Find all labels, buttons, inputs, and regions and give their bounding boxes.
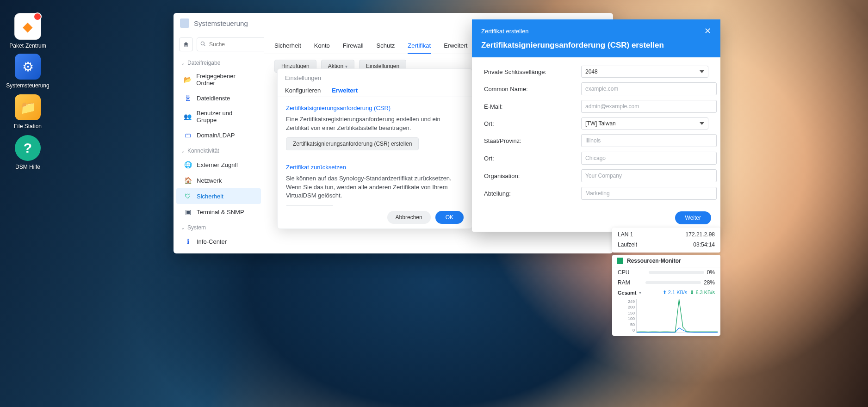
side-group-system[interactable]: ⌄System bbox=[174, 220, 264, 234]
chevron-down-icon: ⌄ bbox=[181, 225, 185, 230]
sidebar-item-label: Freigegebener Ordner bbox=[196, 73, 254, 86]
network-icon: 🏠 bbox=[184, 176, 192, 185]
common-name-input[interactable] bbox=[581, 82, 717, 95]
search-input[interactable] bbox=[197, 37, 264, 51]
info-icon: ℹ bbox=[184, 237, 192, 246]
side-group-connectivity[interactable]: ⌄Konnektivität bbox=[174, 143, 264, 157]
email-label: E-Mail: bbox=[484, 103, 581, 110]
tab-advanced[interactable]: Erweitert bbox=[444, 38, 467, 54]
y-axis-ticks: 249200150100500 bbox=[616, 299, 635, 333]
desktop-icon-package-center[interactable]: ◆ Paket-Zentrum bbox=[5, 13, 51, 49]
desktop-icon-dsm-help[interactable]: ? DSM Hilfe bbox=[5, 135, 51, 170]
domain-icon: 🗃 bbox=[184, 131, 192, 139]
tab-protection[interactable]: Schutz bbox=[377, 38, 395, 54]
desktop-icon-control-panel[interactable]: ⚙ Systemsteuerung bbox=[5, 54, 51, 89]
ram-label: RAM bbox=[618, 279, 630, 286]
city-label: Ort: bbox=[484, 155, 581, 162]
create-csr-button[interactable]: Zertifikatsignierungsanforderung (CSR) e… bbox=[286, 137, 419, 150]
sidebar-item-external-access[interactable]: 🌐Externer Zugriff bbox=[176, 157, 261, 173]
desktop-icon-file-station[interactable]: 📁 File Station bbox=[5, 94, 51, 130]
email-input[interactable] bbox=[581, 100, 717, 113]
organization-input[interactable] bbox=[581, 169, 717, 182]
sidebar-item-label: Sicherheit bbox=[197, 193, 223, 200]
csr-heading: Zertifikatsignierungsanforderung (CSR) e… bbox=[481, 41, 711, 50]
key-length-select[interactable]: 2048 bbox=[581, 66, 708, 78]
chevron-down-icon: ⌄ bbox=[181, 61, 185, 66]
settings-dialog: Einstellungen Konfigurieren Erweitert Ze… bbox=[277, 68, 472, 229]
chevron-down-icon: ▾ bbox=[639, 290, 641, 295]
app-icon bbox=[180, 18, 189, 28]
side-group-file-sharing[interactable]: ⌄Dateifreigabe bbox=[174, 55, 264, 69]
state-input[interactable] bbox=[581, 134, 717, 147]
country-select[interactable]: [TW] Taiwan bbox=[581, 117, 708, 130]
help-icon: ? bbox=[24, 140, 32, 156]
download-rate: ⬇ 6.3 KB/s bbox=[690, 290, 715, 296]
csr-section-text: Eine Zertifikatsregistrierungsanforderun… bbox=[286, 115, 464, 133]
desktop: ◆ Paket-Zentrum ⚙ Systemsteuerung 📁 File… bbox=[0, 0, 868, 407]
sidebar-item-label: Info-Center bbox=[197, 238, 227, 245]
sidebar-item-info-center[interactable]: ℹInfo-Center bbox=[176, 234, 261, 249]
desktop-label: Systemsteuerung bbox=[5, 82, 51, 89]
sidebar-item-terminal-snmp[interactable]: ▣Terminal & SNMP bbox=[176, 204, 261, 220]
chevron-down-icon: ▾ bbox=[345, 64, 347, 69]
network-row[interactable]: Gesamt▾ ⬆ 2.1 KB/s ⬇ 6.3 KB/s bbox=[612, 288, 720, 297]
tab-firewall[interactable]: Firewall bbox=[343, 38, 364, 54]
common-name-label: Common Name: bbox=[484, 86, 581, 92]
cancel-button[interactable]: Abbrechen bbox=[387, 211, 431, 224]
widget-header[interactable]: Ressourcen-Monitor bbox=[612, 255, 720, 267]
file-service-icon: 🗄 bbox=[184, 94, 192, 102]
ram-pct: 28% bbox=[704, 279, 715, 286]
svg-point-0 bbox=[201, 42, 204, 45]
reset-section-text: Sie können auf das Synology-Standardzert… bbox=[286, 174, 464, 201]
side-group-label: Dateifreigabe bbox=[187, 60, 220, 66]
users-icon: 👥 bbox=[184, 112, 192, 121]
terminal-icon: ▣ bbox=[184, 208, 192, 216]
city-input[interactable] bbox=[581, 152, 717, 165]
desktop-label: DSM Hilfe bbox=[5, 164, 51, 170]
search-wrapper bbox=[197, 37, 258, 51]
tab-account[interactable]: Konto bbox=[314, 38, 330, 54]
subtab-advanced[interactable]: Erweitert bbox=[332, 87, 358, 94]
uptime-value: 03:54:14 bbox=[693, 241, 715, 248]
desktop-label: Paket-Zentrum bbox=[5, 43, 51, 49]
csr-form: Private Schlüssellänge: 2048 Common Name… bbox=[472, 57, 720, 207]
cpu-pct: 0% bbox=[707, 269, 715, 276]
csr-header: Zertifikat erstellen ✕ Zertifikatsignier… bbox=[472, 19, 720, 57]
sidebar-item-security[interactable]: 🛡Sicherheit bbox=[176, 188, 261, 204]
sidebar-item-label: Benutzer und Gruppe bbox=[197, 110, 254, 123]
department-input[interactable] bbox=[581, 187, 717, 200]
side-group-label: System bbox=[187, 224, 206, 231]
sidebar-item-label: Externer Zugriff bbox=[197, 161, 238, 168]
next-button[interactable]: Weiter bbox=[675, 211, 711, 224]
sidebar-item-users-groups[interactable]: 👥Benutzer und Gruppe bbox=[176, 106, 261, 127]
settings-body: Zertifikatsignierungsanforderung (CSR) E… bbox=[278, 97, 472, 206]
state-label: Staat/Provinz: bbox=[484, 137, 581, 144]
sidebar-item-network[interactable]: 🏠Netzwerk bbox=[176, 173, 261, 188]
sidebar-item-login-portal[interactable]: ↗Anmeldeportal bbox=[176, 249, 261, 253]
home-icon bbox=[183, 41, 189, 48]
settings-footer: Abbrechen OK bbox=[278, 206, 472, 228]
network-sparkline: 249200150100500 bbox=[636, 299, 718, 333]
notification-badge bbox=[33, 12, 42, 21]
organization-label: Organisation: bbox=[484, 173, 581, 179]
uptime-label: Laufzeit bbox=[618, 241, 637, 248]
folder-share-icon: 📂 bbox=[184, 75, 192, 84]
sidebar-item-label: Terminal & SNMP bbox=[197, 209, 244, 216]
csr-window-title: Zertifikat erstellen bbox=[481, 28, 529, 35]
sidebar-item-file-services[interactable]: 🗄Dateidienste bbox=[176, 90, 261, 106]
sidebar-item-shared-folder[interactable]: 📂Freigegebener Ordner bbox=[176, 69, 261, 90]
settings-subtabs: Konfigurieren Erweitert bbox=[278, 83, 472, 97]
close-icon[interactable]: ✕ bbox=[704, 26, 711, 36]
sidebar-item-label: Dateidienste bbox=[197, 95, 230, 102]
home-button[interactable] bbox=[179, 37, 193, 51]
subtab-configure[interactable]: Konfigurieren bbox=[285, 87, 321, 94]
ok-button[interactable]: OK bbox=[435, 211, 464, 224]
chevron-down-icon: ⌄ bbox=[181, 148, 185, 154]
sidebar: ⌄Dateifreigabe 📂Freigegebener Ordner 🗄Da… bbox=[174, 34, 264, 253]
tab-security[interactable]: Sicherheit bbox=[274, 38, 301, 54]
sidebar-item-domain-ldap[interactable]: 🗃Domain/LDAP bbox=[176, 127, 261, 143]
tab-certificate[interactable]: Zertifikat bbox=[408, 38, 431, 54]
widget-title: Ressourcen-Monitor bbox=[627, 258, 681, 264]
divider bbox=[286, 157, 464, 157]
upload-rate: ⬆ 2.1 KB/s bbox=[663, 290, 688, 296]
